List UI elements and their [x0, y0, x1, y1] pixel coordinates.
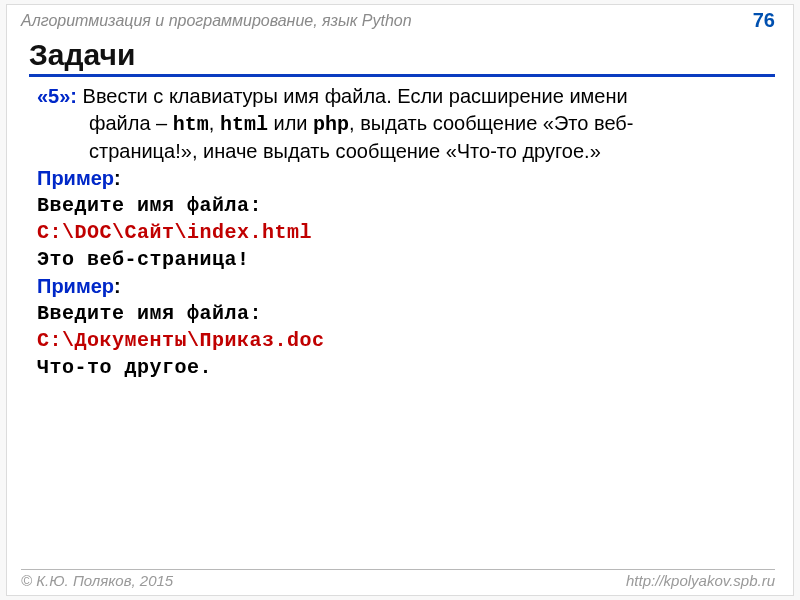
example-2-prompt: Введите имя файла: [37, 300, 771, 327]
header-bar: Алгоритмизация и программирование, язык … [7, 5, 793, 32]
task-text-2a: файла – [89, 112, 173, 134]
task-level: «5»: [37, 85, 77, 107]
ext-php: php [313, 113, 349, 136]
footer: © К.Ю. Поляков, 2015 http://kpolyakov.sp… [21, 569, 775, 589]
page-number: 76 [753, 9, 775, 32]
footer-url: http://kpolyakov.spb.ru [626, 572, 775, 589]
example-1: Пример: [37, 165, 771, 192]
example-1-prompt: Введите имя файла: [37, 192, 771, 219]
task-line-3: страница!», иначе выдать сообщение «Что-… [37, 138, 771, 165]
content-area: «5»: Ввести с клавиатуры имя файла. Если… [7, 77, 793, 381]
sep2: или [268, 112, 313, 134]
sep1: , [209, 112, 220, 134]
header-subject: Алгоритмизация и программирование, язык … [21, 12, 412, 30]
footer-copyright: © К.Ю. Поляков, 2015 [21, 572, 173, 589]
example-2-output: Что-то другое. [37, 354, 771, 381]
example-label-1: Пример [37, 167, 114, 189]
slide: Алгоритмизация и программирование, язык … [6, 4, 794, 596]
example-2: Пример: [37, 273, 771, 300]
example-colon-1: : [114, 167, 121, 189]
example-label-2: Пример [37, 275, 114, 297]
example-1-output: Это веб-страница! [37, 246, 771, 273]
task-text-2b: , выдать сообщение «Это веб- [349, 112, 633, 134]
ext-htm: htm [173, 113, 209, 136]
example-1-input: C:\DOC\Сайт\index.html [37, 219, 771, 246]
example-2-input: C:\Документы\Приказ.doc [37, 327, 771, 354]
page-title: Задачи [29, 38, 775, 77]
example-colon-2: : [114, 275, 121, 297]
task-block: «5»: Ввести с клавиатуры имя файла. Если… [37, 83, 771, 165]
task-line-2: файла – htm, html или php, выдать сообще… [37, 110, 771, 138]
task-text-1: Ввести с клавиатуры имя файла. Если расш… [77, 85, 628, 107]
ext-html: html [220, 113, 268, 136]
